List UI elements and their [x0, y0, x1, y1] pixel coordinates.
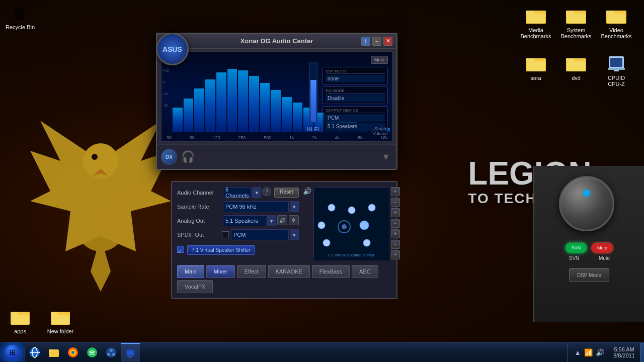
system-tray-icons: ▲ 📶 🔊	[570, 348, 608, 356]
vis-btn-6[interactable]: −	[391, 240, 400, 249]
vis-btn-2[interactable]: −	[391, 198, 400, 207]
cpuid-icon	[606, 53, 626, 73]
spectrum-mute-button[interactable]: Mute	[371, 56, 388, 64]
desktop-icon-new-folder[interactable]: New folder	[43, 306, 78, 334]
volume-slider[interactable]	[309, 62, 317, 122]
desktop-icon-dvd[interactable]: dvd	[558, 53, 594, 87]
db-label-0: 0	[163, 80, 170, 84]
spec-bar-5	[216, 72, 226, 132]
analog-out-label: Analog Out	[177, 218, 220, 224]
vis-btn-5[interactable]: +	[391, 229, 400, 238]
system-clock[interactable]: 5:56 AM 8/8/2011	[608, 346, 640, 358]
desktop-icon-cpuid[interactable]: CPUIDCPU-Z	[599, 53, 634, 87]
start-button[interactable]: ⊞	[0, 342, 25, 363]
svg-rect-7	[566, 11, 574, 14]
speaker-diagram-svg: FL FR C Sub	[314, 188, 389, 260]
svg-text:RR: RR	[364, 242, 369, 245]
taskbar-explorer-icon[interactable]	[44, 343, 63, 362]
vss-button[interactable]: 7.1 Virtual Speaker Shifter	[187, 245, 255, 255]
video-benchmarks-icon	[606, 5, 626, 25]
eq-mode-title: EQ MODE	[326, 88, 385, 94]
new-folder-icon	[50, 306, 70, 326]
tab-aec[interactable]: AEC	[352, 265, 378, 278]
svg-rect-23	[11, 312, 18, 315]
audio-center-window: Xonar DG Audio Center i − ✕ +20 +10 0 -1…	[156, 33, 397, 170]
info-button[interactable]: i	[361, 37, 370, 46]
svg-rect-8	[567, 14, 585, 24]
spec-bar-11	[282, 97, 292, 132]
recycle-bin-icon[interactable]: 🗑 Recycle Bin	[5, 5, 35, 30]
svg-rect-60	[128, 356, 132, 357]
desktop-icon-system-benchmarks[interactable]: SystemBenchmarks	[558, 5, 594, 39]
tab-karaoke[interactable]: KARAOKE	[268, 265, 310, 278]
audio-channel-help[interactable]: ?	[262, 187, 271, 196]
svn-label: SVN	[563, 255, 585, 261]
spdif-checkbox[interactable]	[222, 231, 229, 238]
media-benchmarks-icon	[526, 5, 546, 25]
spdif-select[interactable]: PCM	[231, 229, 289, 240]
tab-mixer[interactable]: Mixer	[206, 265, 235, 278]
tray-volume-icon[interactable]: 🔊	[596, 348, 604, 356]
vss-checkbox[interactable]: ✓	[177, 246, 184, 253]
lower-control-panel: Audio Channel 6 Channels ▼ ? Reset Sampl…	[171, 181, 397, 299]
window-controls: i − ✕	[361, 37, 392, 46]
sora-label: sora	[530, 75, 541, 81]
taskbar-ie-icon[interactable]	[25, 343, 44, 362]
sample-rate-arrow[interactable]: ▼	[290, 201, 299, 212]
close-button[interactable]: ✕	[383, 37, 392, 46]
tray-network-icon[interactable]: 📶	[584, 348, 593, 356]
taskbar-pinned-icons	[25, 342, 140, 362]
reset-button[interactable]: Reset	[274, 188, 298, 198]
sora-icon	[526, 53, 546, 73]
vis-btn-7[interactable]: +	[391, 250, 400, 259]
audio-channel-select[interactable]: 6 Channels	[223, 187, 251, 198]
svg-rect-28	[314, 188, 389, 260]
spec-bar-6	[227, 69, 237, 132]
desktop-icon-apps[interactable]: apps	[3, 306, 38, 334]
speaker-visual: FL FR C Sub	[313, 187, 389, 260]
svn-button[interactable]: SVN	[565, 242, 587, 253]
vis-btn-1[interactable]: +	[391, 187, 400, 196]
tray-arrow-icon[interactable]: ▲	[574, 348, 581, 356]
db-label-20m: -20	[163, 103, 170, 108]
taskbar: ⊞ ▲ 📶	[0, 342, 644, 362]
desktop-icon-media-benchmarks[interactable]: MediaBenchmarks	[518, 5, 553, 39]
spdif-arrow[interactable]: ▼	[290, 229, 299, 240]
audio-channel-arrow[interactable]: ▼	[252, 187, 261, 198]
show-desktop-button[interactable]	[640, 343, 644, 362]
taskbar-asus-icon[interactable]	[121, 343, 140, 362]
desktop-icon-sora[interactable]: sora	[518, 53, 553, 87]
svg-rect-13	[526, 58, 534, 61]
tab-flexbass[interactable]: FlexBass	[312, 265, 350, 278]
minimize-button[interactable]: −	[372, 37, 381, 46]
output-device-value: PCM	[326, 114, 385, 122]
freq-1k: 1k	[289, 135, 294, 140]
analog-out-arrow[interactable]: ▼	[267, 215, 276, 226]
tab-main[interactable]: Main	[177, 265, 204, 278]
svg-text:SL: SL	[319, 224, 324, 228]
spdif-out-row: SPDIF Out PCM ▼	[177, 229, 299, 240]
mute-button[interactable]: Mute	[591, 242, 613, 253]
desktop-icon-video-benchmarks[interactable]: VideoBenchmarks	[599, 5, 634, 39]
eq-mode-value: Disable	[326, 95, 385, 102]
asus-logo: ASUS	[156, 33, 189, 65]
taskbar-app5-icon[interactable]	[102, 343, 121, 362]
taskbar-firefox-icon[interactable]	[63, 343, 83, 362]
dvd-label: dvd	[572, 75, 581, 81]
dsp-mode-button[interactable]: DSP Mode	[569, 268, 609, 282]
vis-btn-4[interactable]: −	[391, 219, 400, 228]
analog-out-row: Analog Out 5.1 Speakers ▼ 🔊 🎙	[177, 215, 299, 226]
analog-icon-2[interactable]: 🎙	[289, 215, 299, 225]
vis-btn-3[interactable]: +	[391, 208, 400, 217]
spec-bar-2	[184, 99, 194, 132]
desktop-icons-row2: sora dvd CPUIDCPU-Z	[518, 53, 634, 87]
svg-point-52	[71, 351, 74, 354]
tab-vocalfx[interactable]: VocalFX	[177, 280, 213, 293]
sample-rate-select[interactable]: PCM 96 kHz	[223, 201, 289, 212]
taskbar-spotify-icon[interactable]	[83, 343, 102, 362]
tab-effect[interactable]: Effect	[237, 265, 266, 278]
eq-mode-section: EQ MODE Disable	[323, 86, 388, 104]
volume-knob[interactable]	[559, 176, 614, 231]
analog-icon-1[interactable]: 🔊	[277, 215, 287, 225]
analog-out-select[interactable]: 5.1 Speakers	[223, 215, 266, 226]
